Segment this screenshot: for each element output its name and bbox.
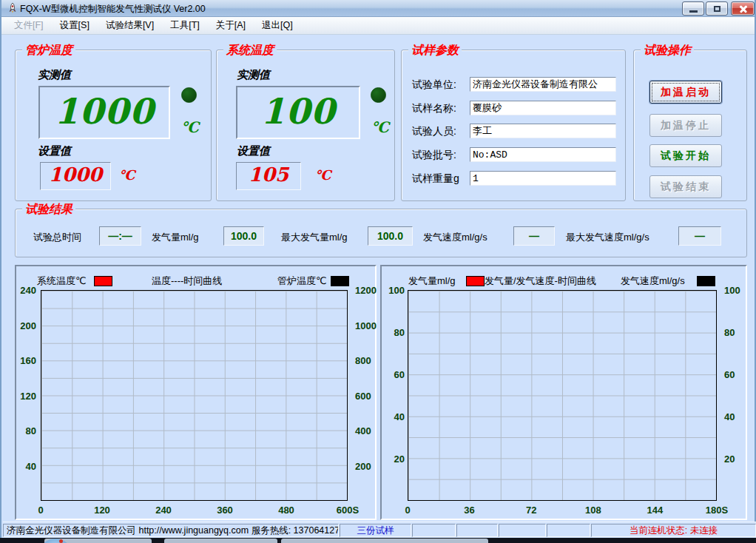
gas-chart-panel: 发气量ml/g 发气量/发气速度-时间曲线 发气速度ml/g/s 1008060… [380,265,747,520]
sample-operator-label: 试验人员: [412,125,456,138]
axis-tick-label: 240 [155,505,172,516]
system-set-unit: ℃ [315,167,331,183]
furnace-set-display: 1000 [40,162,111,190]
system-status-led [371,87,386,103]
temperature-x-axis: 0120240360480600S [41,504,348,515]
axis-tick-label: 400 [355,425,371,436]
gas-volume-value: 100.0 [223,226,264,246]
axis-tick-label: 120 [94,505,110,516]
menu-tools[interactable]: 工具[T] [162,19,208,32]
axis-tick-label: 80 [26,425,36,436]
test-end-button[interactable]: 试验结束 [649,175,722,198]
sample-params-title: 试样参数 [408,43,462,58]
sample-operator-field[interactable] [470,124,616,138]
axis-tick-label: 0 [38,505,43,516]
gas-rate-value: — [513,226,555,246]
sample-unit-field[interactable] [470,77,616,92]
system-measured-unit: ℃ [371,118,389,136]
test-results-title: 试验结果 [22,202,75,217]
temperature-y-axis-right: 12001000800600400200 [351,290,377,501]
test-start-button[interactable]: 试验开始 [649,144,722,167]
sample-batch-label: 试验批号: [412,149,456,162]
axis-tick-label: 180S [706,505,728,516]
test-results-group: 试验结果 试验总时间 —:— 发气量ml/g 100.0 最大发气量ml/g 1… [15,209,747,257]
heating-stop-button[interactable]: 加温停止 [649,114,722,137]
axis-tick-label: 80 [724,327,735,338]
legend-furnace-temp: 管炉温度℃ [277,274,327,288]
furnace-temp-group: 管炉温度 实测值 1000 ℃ 设置值 1000 ℃ [15,50,212,201]
axis-tick-label: 600S [337,505,359,516]
system-temp-group: 系统温度 实测值 100 ℃ 设置值 105 ℃ [216,50,395,201]
taskbar-app-button[interactable] [281,539,488,543]
close-button[interactable] [731,1,755,16]
axis-tick-label: 144 [647,505,664,516]
sample-weight-field[interactable] [470,171,616,186]
furnace-measured-unit: ℃ [181,118,199,136]
menu-exit[interactable]: 退出[Q] [254,19,301,32]
furnace-measured-label: 实测值 [38,68,71,82]
test-operations-title: 试验操作 [641,43,694,58]
title-bar[interactable]: FQX-W型微机控制智能发气性测试仪 Ver2.00 [1,0,755,17]
taskbar-app-red-icon [59,539,63,543]
max-gas-volume-value: 100.0 [368,226,413,246]
axis-tick-label: 72 [526,505,536,516]
taskbar-app-button[interactable] [164,539,277,543]
axis-tick-label: 800 [355,355,371,366]
status-empty-panel [456,524,498,537]
sample-name-label: 试样名称: [412,102,456,115]
axis-tick-label: 200 [20,320,36,331]
os-taskbar[interactable] [0,538,756,543]
axis-tick-label: 100 [724,285,740,296]
axis-tick-label: 600 [355,390,371,401]
heating-start-button[interactable]: 加温启动 [649,81,722,104]
gas-chart-plot [408,290,717,501]
axis-tick-label: 40 [724,411,735,422]
furnace-measured-display: 1000 [38,86,170,139]
furnace-temp-title: 管炉温度 [22,43,75,58]
axis-tick-label: 200 [355,460,371,471]
temperature-y-axis-left: 2402001601208040 [16,290,38,501]
axis-tick-label: 240 [20,285,36,296]
system-temp-title: 系统温度 [223,43,277,58]
temperature-chart-plot [41,290,348,501]
total-time-label: 试验总时间 [33,231,81,244]
maximize-button[interactable] [706,1,728,16]
axis-tick-label: 0 [405,505,410,516]
app-window: FQX-W型微机控制智能发气性测试仪 Ver2.00 文件[F] 设置[S] 试… [0,0,756,538]
menu-test-results[interactable]: 试验结果[V] [98,19,162,32]
max-gas-rate-value: — [678,226,721,246]
axis-tick-label: 80 [394,327,405,338]
legend-swatch-black [697,276,715,286]
menu-file[interactable]: 文件[F] [6,19,52,32]
status-sample-mode: 三份试样 [340,524,411,537]
menu-settings[interactable]: 设置[S] [52,19,98,32]
furnace-set-label: 设置值 [38,144,71,158]
menu-bar: 文件[F] 设置[S] 试验结果[V] 工具[T] 关于[A] 退出[Q] [1,17,755,35]
legend-swatch-black [331,276,349,286]
gas-chart-title: 发气量/发气速度-时间曲线 [485,274,596,288]
status-empty-panel [547,524,590,537]
max-gas-volume-label: 最大发气量ml/g [281,231,348,244]
minimize-button[interactable] [682,1,704,16]
sample-batch-field[interactable] [470,147,616,162]
axis-tick-label: 108 [585,505,601,516]
gas-x-axis: 03672108144180S [408,504,717,515]
axis-tick-label: 1200 [355,285,377,296]
axis-tick-label: 40 [26,460,36,471]
furnace-set-unit: ℃ [119,167,135,183]
axis-tick-label: 60 [394,369,405,380]
status-empty-panel [412,524,456,537]
gas-rate-label: 发气速度ml/g/s [423,231,487,244]
system-set-display: 105 [236,162,301,190]
axis-tick-label: 40 [394,411,405,422]
window-title: FQX-W型微机控制智能发气性测试仪 Ver2.00 [20,3,206,16]
furnace-status-led [181,87,197,103]
axis-tick-label: 20 [724,453,735,465]
legend-system-temp: 系统温度℃ [37,274,87,288]
menu-about[interactable]: 关于[A] [208,19,254,32]
test-operations-group: 试验操作 加温启动 加温停止 试验开始 试验结束 [633,50,747,201]
gas-volume-label: 发气量ml/g [152,231,199,244]
sample-name-field[interactable] [470,101,616,115]
system-set-label: 设置值 [237,144,270,158]
temperature-chart-panel: 系统温度℃ 温度----时间曲线 管炉温度℃ 2402001601208040 … [15,265,377,520]
